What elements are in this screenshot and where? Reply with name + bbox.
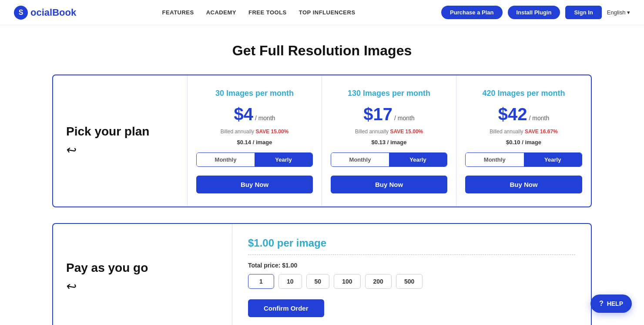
plan-1-billed: Billed annually SAVE 15.00% <box>221 129 289 135</box>
plan-2-toggle: Monthly Yearly <box>331 152 447 167</box>
logo-text: ocialBook <box>30 7 76 18</box>
payg-title: Pay as you go <box>66 261 148 275</box>
plan-1-toggle: Monthly Yearly <box>196 152 313 167</box>
language-selector[interactable]: English ▾ <box>607 9 630 16</box>
plan-2-per-image: $0.13 / image <box>372 139 407 146</box>
nav-actions: Purchase a Plan Install Plugin Sign In E… <box>441 6 630 19</box>
plan-3-monthly-btn[interactable]: Monthly <box>466 153 524 166</box>
payg-arrow-icon: ↩ <box>65 278 77 294</box>
payg-table: Pay as you go ↩ $1.00 per image Total pr… <box>52 223 592 325</box>
plan-cell-2: 130 Images per month $17 / month Billed … <box>322 75 456 207</box>
qty-btn-100[interactable]: 100 <box>334 274 360 289</box>
plan-2-buy-button[interactable]: Buy Now <box>331 176 447 193</box>
plan-1-images-label: 30 Images per month <box>215 88 294 98</box>
nav-features[interactable]: FEATURES <box>162 9 194 16</box>
sign-in-button[interactable]: Sign In <box>565 6 601 19</box>
plan-3-price-unit: / month <box>529 115 550 122</box>
plan-2-price-num: $17 <box>363 105 392 124</box>
plan-3-price-num: $42 <box>498 105 527 124</box>
payg-total: Total price: $1.00 <box>248 262 575 269</box>
qty-btn-50[interactable]: 50 <box>306 274 330 289</box>
nav-free-tools[interactable]: FREE TOOLS <box>248 9 287 16</box>
plan-2-yearly-btn[interactable]: Yearly <box>389 153 447 166</box>
help-button[interactable]: ? HELP <box>590 295 632 313</box>
plan-2-monthly-btn[interactable]: Monthly <box>331 153 389 166</box>
pick-plan-cell: Pick your plan ↩ <box>53 75 188 207</box>
payg-right: $1.00 per image Total price: $1.00 10 50… <box>232 224 591 325</box>
plan-3-billed: Billed annually SAVE 16.67% <box>490 129 558 135</box>
main-content: Get Full Resolution Images Pick your pla… <box>17 25 627 325</box>
plan-cell-1: 30 Images per month $4 / month Billed an… <box>188 75 322 207</box>
nav-top-influencers[interactable]: TOP INFLUENCERS <box>299 9 356 16</box>
help-label: HELP <box>607 300 623 307</box>
plan-1-yearly-btn[interactable]: Yearly <box>255 153 312 166</box>
plan-1-price: $4 / month <box>234 105 275 124</box>
plan-1-buy-button[interactable]: Buy Now <box>196 176 313 193</box>
qty-input[interactable] <box>248 274 274 289</box>
plan-2-images-label: 130 Images per month <box>348 88 430 98</box>
plan-2-price-unit: / month <box>394 115 415 122</box>
plan-2-billed: Billed annually SAVE 15.00% <box>355 129 423 135</box>
navbar: S ocialBook FEATURES ACADEMY FREE TOOLS … <box>0 0 644 25</box>
payg-left: Pay as you go ↩ <box>53 224 232 325</box>
question-icon: ? <box>599 300 604 308</box>
plan-1-per-image: $0.14 / image <box>237 139 272 146</box>
plan-1-monthly-btn[interactable]: Monthly <box>197 153 255 166</box>
nav-links: FEATURES ACADEMY FREE TOOLS TOP INFLUENC… <box>162 9 356 16</box>
purchase-plan-button[interactable]: Purchase a Plan <box>441 6 502 19</box>
plan-3-per-image: $0.10 / image <box>506 139 541 146</box>
plans-table: Pick your plan ↩ 30 Images per month $4 … <box>52 74 592 207</box>
logo[interactable]: S ocialBook <box>14 6 76 20</box>
plan-3-toggle: Monthly Yearly <box>465 152 582 167</box>
qty-btn-10[interactable]: 10 <box>278 274 302 289</box>
plan-cell-3: 420 Images per month $42 / month Billed … <box>456 75 591 207</box>
plan-3-price: $42 / month <box>498 105 549 124</box>
confirm-order-button[interactable]: Confirm Order <box>248 299 324 317</box>
plan-3-images-label: 420 Images per month <box>482 88 565 98</box>
qty-options: 10 50 100 200 500 <box>248 274 575 289</box>
qty-btn-500[interactable]: 500 <box>396 274 423 289</box>
plan-3-buy-button[interactable]: Buy Now <box>465 176 582 193</box>
plan-1-price-unit: / month <box>255 115 275 122</box>
page-title: Get Full Resolution Images <box>52 43 592 59</box>
payg-divider <box>248 254 575 255</box>
install-plugin-button[interactable]: Install Plugin <box>508 6 560 19</box>
pick-plan-text: Pick your plan <box>66 125 149 139</box>
qty-btn-200[interactable]: 200 <box>365 274 392 289</box>
logo-icon: S <box>14 6 28 20</box>
plan-2-price: $17 / month <box>363 105 414 124</box>
plan-3-yearly-btn[interactable]: Yearly <box>524 153 582 166</box>
nav-academy[interactable]: ACADEMY <box>206 9 236 16</box>
plan-1-price-num: $4 <box>234 105 253 124</box>
payg-price-header: $1.00 per image <box>248 237 575 249</box>
pick-plan-arrow-icon: ↩ <box>65 142 77 158</box>
